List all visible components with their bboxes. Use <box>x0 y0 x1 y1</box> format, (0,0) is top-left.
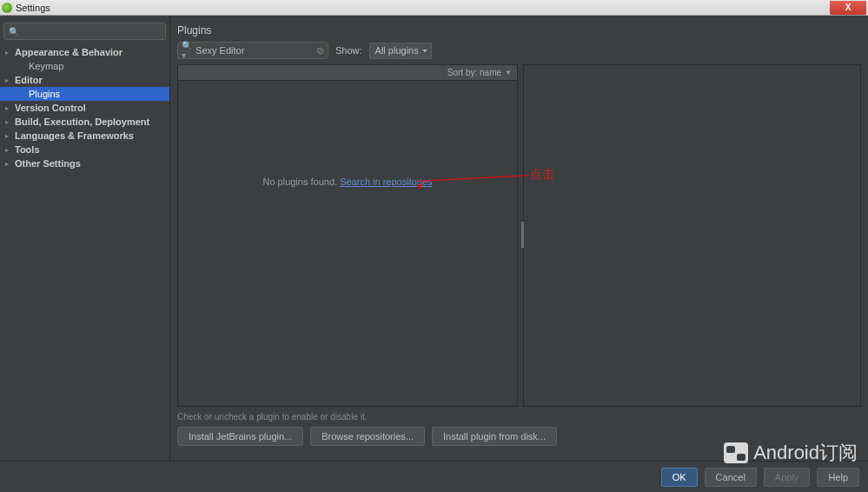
empty-text: No plugins found. <box>262 176 337 187</box>
install-jetbrains-button[interactable]: Install JetBrains plugin... <box>177 427 303 446</box>
sidebar-item-build-execution-deployment[interactable]: ▸Build, Execution, Deployment <box>0 115 169 129</box>
filter-row: 🔍▾ ⊘ Show: All plugins <box>177 42 861 59</box>
cancel-button[interactable]: Cancel <box>705 468 757 487</box>
sidebar-item-other-settings[interactable]: ▸Other Settings <box>0 156 169 170</box>
plugin-detail-panel <box>523 64 861 407</box>
sidebar-item-label: Plugins <box>29 89 60 99</box>
help-button[interactable]: Help <box>817 468 859 487</box>
install-from-disk-button[interactable]: Install plugin from disk... <box>432 427 557 446</box>
annotation-arrowhead <box>414 183 421 189</box>
settings-tree: ▸Appearance & Behavior▸Keymap▸Editor▸Plu… <box>0 45 169 170</box>
sidebar-item-version-control[interactable]: ▸Version Control <box>0 101 169 115</box>
chevron-right-icon: ▸ <box>5 160 12 168</box>
window-title: Settings <box>16 3 50 13</box>
search-icon: 🔍 <box>9 27 19 37</box>
sidebar-item-keymap[interactable]: ▸Keymap <box>0 59 169 73</box>
app-icon <box>2 3 12 13</box>
page-title: Plugins <box>177 23 861 42</box>
chevron-right-icon: ▸ <box>5 118 12 126</box>
window-close-button[interactable]: X <box>830 1 866 15</box>
main-panel: Plugins 🔍▾ ⊘ Show: All plugins Sort by: … <box>170 16 868 461</box>
chevron-right-icon: ▸ <box>5 104 12 112</box>
sidebar-item-label: Languages & Frameworks <box>15 130 134 141</box>
ok-button[interactable]: OK <box>661 468 698 487</box>
show-dropdown[interactable]: All plugins <box>369 43 432 59</box>
settings-sidebar: 🔍 ▸Appearance & Behavior▸Keymap▸Editor▸P… <box>0 16 170 461</box>
sidebar-item-label: Appearance & Behavior <box>15 47 123 57</box>
show-dropdown-value: All plugins <box>375 45 419 56</box>
titlebar: Settings X <box>0 0 868 16</box>
show-label: Show: <box>335 45 362 56</box>
sidebar-item-label: Tools <box>15 144 40 155</box>
hint-text: Check or uncheck a plugin to enable or d… <box>177 407 861 427</box>
annotation-text: 点击 <box>530 167 554 183</box>
sidebar-item-label: Version Control <box>15 103 86 113</box>
browse-repositories-button[interactable]: Browse repositories... <box>310 427 425 446</box>
content-area: 🔍 ▸Appearance & Behavior▸Keymap▸Editor▸P… <box>0 16 868 461</box>
sidebar-item-label: Keymap <box>29 61 63 71</box>
sidebar-item-appearance-behavior[interactable]: ▸Appearance & Behavior <box>0 45 169 59</box>
search-icon: 🔍▾ <box>182 41 194 60</box>
sidebar-item-tools[interactable]: ▸Tools <box>0 143 169 156</box>
chevron-right-icon: ▸ <box>5 146 12 154</box>
clear-icon[interactable]: ⊘ <box>315 45 324 57</box>
chevron-right-icon: ▸ <box>5 76 12 84</box>
sidebar-item-label: Other Settings <box>15 158 81 169</box>
chevron-right-icon: ▸ <box>5 132 12 140</box>
sidebar-item-languages-frameworks[interactable]: ▸Languages & Frameworks <box>0 129 169 143</box>
chevron-down-icon: ▼ <box>505 69 512 76</box>
plugin-list-panel: Sort by: name ▼ No plugins found. Search… <box>177 64 518 407</box>
sidebar-search-input[interactable] <box>22 26 161 37</box>
chevron-right-icon: ▸ <box>5 49 12 57</box>
sort-label: Sort by: name <box>447 68 501 77</box>
sidebar-search[interactable]: 🔍 <box>3 23 166 40</box>
dialog-button-bar: OK Cancel Apply Help <box>0 461 868 492</box>
plugin-search-input[interactable] <box>195 45 315 56</box>
plugin-search[interactable]: 🔍▾ ⊘ <box>177 42 328 59</box>
sort-bar[interactable]: Sort by: name ▼ <box>178 65 517 81</box>
sidebar-item-label: Editor <box>15 75 43 85</box>
action-row: Install JetBrains plugin... Browse repos… <box>177 427 861 453</box>
apply-button[interactable]: Apply <box>764 468 811 487</box>
list-area: Sort by: name ▼ No plugins found. Search… <box>177 64 861 407</box>
sidebar-item-editor[interactable]: ▸Editor <box>0 73 169 87</box>
sidebar-item-label: Build, Execution, Deployment <box>15 116 149 127</box>
sidebar-item-plugins[interactable]: ▸Plugins <box>0 87 169 101</box>
scrollbar[interactable] <box>521 222 524 248</box>
